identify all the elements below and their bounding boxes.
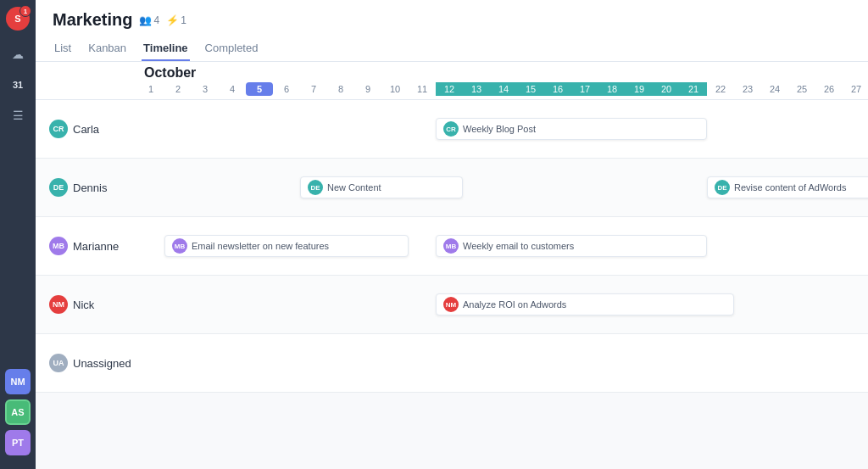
bars-area: MBEmail newsletter on new featuresMBWeek… (137, 217, 868, 275)
bolt-count: ⚡ 1 (166, 14, 186, 26)
bars-area: NMAnalyze ROI on Adwords (137, 276, 868, 333)
day-cell-14: 14 (490, 82, 517, 96)
bars-area (137, 334, 868, 392)
day-cell-2: 2 (164, 82, 192, 96)
day-cell-21: 21 (680, 82, 707, 96)
cloud-icon[interactable]: ☁ (4, 41, 31, 68)
day-cell-9: 9 (354, 82, 381, 96)
task-bar[interactable]: DENew Content (300, 176, 463, 198)
day-cell-23: 23 (734, 82, 761, 96)
day-cell-17: 17 (571, 82, 598, 96)
sidebar: S ☁ 31 ☰ NM AS PT (0, 0, 36, 469)
day-cell-13: 13 (463, 82, 490, 96)
day-cell-20: 20 (653, 82, 680, 96)
person-label-marianne: MBMarianne (36, 237, 137, 255)
person-row: UAUnassigned (36, 334, 868, 393)
day-cell-16: 16 (544, 82, 571, 96)
task-avatar: NM (443, 297, 459, 312)
day-cell-8: 8 (327, 82, 354, 96)
task-bar[interactable]: CRWeekly Blog Post (436, 118, 707, 140)
task-label: Analyze ROI on Adwords (463, 299, 566, 310)
tab-list[interactable]: List (53, 36, 73, 61)
day-cell-5: 5 (246, 82, 273, 96)
timeline-inner: October 12345678910111213141516171819202… (36, 62, 868, 393)
person-row: DEDennisDENew ContentDERevise content of… (36, 159, 868, 217)
nm-avatar[interactable]: NM (5, 369, 31, 394)
day-cell-26: 26 (815, 82, 843, 96)
day-cell-4: 4 (219, 82, 246, 96)
person-avatar: CR (49, 120, 68, 138)
task-bar[interactable]: MBEmail newsletter on new features (164, 235, 409, 257)
day-cell-3: 3 (192, 82, 219, 96)
day-cell-24: 24 (761, 82, 788, 96)
days-row: 1234567891011121314151617181920212223242… (137, 82, 868, 96)
person-name: Unassigned (73, 357, 131, 370)
month-label: October (137, 65, 868, 82)
person-label-unassigned: UAUnassigned (36, 354, 137, 372)
days-header: October 12345678910111213141516171819202… (137, 62, 868, 99)
person-label-dennis: DEDennis (36, 178, 137, 197)
person-avatar: MB (49, 237, 68, 255)
person-avatar: UA (49, 354, 68, 372)
bars-area: CRWeekly Blog Post (137, 100, 868, 158)
day-cell-25: 25 (788, 82, 815, 96)
task-avatar: DE (715, 180, 730, 195)
day-cell-1: 1 (137, 82, 164, 96)
page-title: Marketing (53, 10, 132, 30)
person-label-nick: NMNick (36, 295, 137, 314)
person-name: Dennis (73, 181, 107, 194)
person-avatar: DE (49, 178, 68, 197)
person-name: Carla (73, 123, 99, 136)
tab-timeline[interactable]: Timeline (142, 36, 190, 61)
day-cell-18: 18 (598, 82, 626, 96)
app-logo[interactable]: S (6, 7, 30, 31)
timeline-header: October 12345678910111213141516171819202… (36, 62, 868, 100)
task-avatar: DE (308, 180, 323, 195)
task-avatar: MB (443, 238, 459, 254)
calendar-icon[interactable]: 31 (4, 71, 31, 98)
bolt-icon: ⚡ (166, 14, 179, 26)
task-label: New Content (327, 182, 381, 193)
task-bar[interactable]: DERevise content of AdWords (707, 176, 868, 198)
task-avatar: CR (443, 121, 459, 137)
day-cell-6: 6 (273, 82, 300, 96)
person-avatar: NM (49, 295, 68, 314)
task-label: Revise content of AdWords (734, 182, 846, 193)
day-cell-11: 11 (409, 82, 436, 96)
person-label-carla: CRCarla (36, 120, 137, 138)
person-name: Nick (73, 299, 94, 311)
day-cell-15: 15 (517, 82, 544, 96)
task-label: Email newsletter on new features (192, 241, 329, 251)
main-content: Marketing 👥 4 ⚡ 1 List Kanban Timeline C… (36, 0, 868, 469)
person-row: MBMarianneMBEmail newsletter on new feat… (36, 217, 868, 276)
day-cell-12: 12 (436, 82, 463, 96)
day-cell-27: 27 (843, 82, 868, 96)
members-icon: 👥 (139, 14, 152, 26)
header: Marketing 👥 4 ⚡ 1 List Kanban Timeline C… (36, 0, 868, 62)
as-avatar[interactable]: AS (5, 399, 31, 425)
task-label: Weekly email to customers (463, 241, 574, 251)
task-avatar: MB (172, 238, 187, 254)
person-name: Marianne (73, 240, 119, 253)
members-count: 👥 4 (139, 14, 159, 26)
person-row: CRCarlaCRWeekly Blog Post (36, 100, 868, 159)
notes-icon[interactable]: ☰ (4, 102, 31, 129)
day-cell-10: 10 (381, 82, 409, 96)
task-label: Weekly Blog Post (463, 124, 536, 134)
day-cell-22: 22 (707, 82, 734, 96)
task-bar[interactable]: MBWeekly email to customers (436, 235, 707, 257)
person-rows: CRCarlaCRWeekly Blog PostDEDennisDENew C… (36, 100, 868, 393)
header-meta: 👥 4 ⚡ 1 (139, 14, 186, 26)
day-cell-7: 7 (300, 82, 327, 96)
timeline-container: October 12345678910111213141516171819202… (36, 62, 868, 469)
nav-tabs: List Kanban Timeline Completed (53, 36, 851, 61)
pt-avatar[interactable]: PT (5, 430, 31, 455)
tab-completed[interactable]: Completed (203, 36, 260, 61)
task-bar[interactable]: NMAnalyze ROI on Adwords (436, 293, 734, 315)
day-cell-19: 19 (626, 82, 653, 96)
tab-kanban[interactable]: Kanban (86, 36, 128, 61)
person-col-header (36, 62, 137, 99)
person-row: NMNickNMAnalyze ROI on Adwords (36, 276, 868, 334)
bars-area: DENew ContentDERevise content of AdWords (137, 159, 868, 216)
